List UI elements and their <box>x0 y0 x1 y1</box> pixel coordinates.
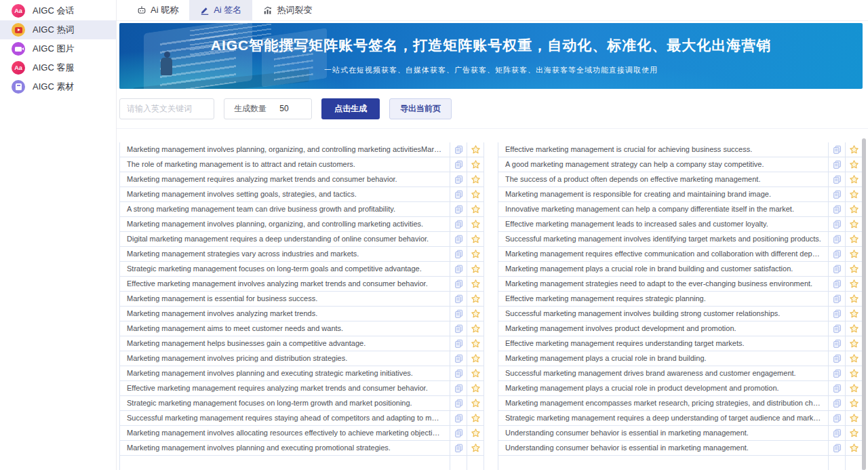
copy-button[interactable] <box>828 277 845 291</box>
favorite-button[interactable] <box>467 426 484 440</box>
favorite-button[interactable] <box>467 187 484 201</box>
favorite-button[interactable] <box>845 142 862 157</box>
favorite-button[interactable] <box>845 292 862 306</box>
sidebar-item-aigc-image[interactable]: AIGC 图片 <box>0 39 116 58</box>
copy-button[interactable] <box>828 366 845 380</box>
copy-button[interactable] <box>828 262 845 276</box>
favorite-button[interactable] <box>845 217 862 231</box>
favorite-button[interactable] <box>845 307 862 321</box>
copy-button[interactable] <box>828 336 845 351</box>
favorite-button[interactable] <box>845 321 862 336</box>
favorite-button[interactable] <box>845 202 862 216</box>
favorite-button[interactable] <box>467 157 484 172</box>
copy-button[interactable] <box>450 307 467 321</box>
copy-button[interactable] <box>450 247 467 261</box>
favorite-button[interactable] <box>467 142 484 157</box>
copy-button[interactable] <box>450 292 467 306</box>
favorite-button[interactable] <box>845 396 862 410</box>
favorite-button[interactable] <box>467 336 484 351</box>
copy-button[interactable] <box>828 232 845 246</box>
favorite-button[interactable] <box>845 426 862 440</box>
favorite-button[interactable] <box>845 157 862 172</box>
copy-button[interactable] <box>828 292 845 306</box>
favorite-button[interactable] <box>467 202 484 216</box>
copy-button[interactable] <box>828 441 845 455</box>
copy-button[interactable] <box>828 247 845 261</box>
vertical-scrollbar[interactable] <box>862 138 866 470</box>
sidebar-item-aigc-service[interactable]: Aa AIGC 客服 <box>0 58 116 77</box>
copy-button[interactable] <box>450 157 467 172</box>
favorite-button[interactable] <box>845 351 862 366</box>
favorite-button[interactable] <box>845 366 862 380</box>
copy-button[interactable] <box>828 351 845 366</box>
favorite-button[interactable] <box>467 351 484 366</box>
favorite-button[interactable] <box>467 321 484 336</box>
copy-button[interactable] <box>828 142 845 157</box>
copy-button[interactable] <box>450 396 467 410</box>
favorite-button[interactable] <box>467 366 484 380</box>
copy-button[interactable] <box>828 187 845 201</box>
sidebar-item-aigc-chat[interactable]: Aa AIGC 会话 <box>0 1 116 20</box>
copy-button[interactable] <box>450 411 467 425</box>
favorite-button[interactable] <box>467 307 484 321</box>
favorite-button[interactable] <box>845 441 862 455</box>
copy-button[interactable] <box>450 366 467 380</box>
copy-button[interactable] <box>828 321 845 336</box>
copy-button[interactable] <box>828 202 845 216</box>
favorite-button[interactable] <box>845 232 862 246</box>
copy-button[interactable] <box>450 336 467 351</box>
sentence-text: Successful marketing management requires… <box>120 411 450 425</box>
copy-button[interactable] <box>450 202 467 216</box>
tab-bar: Ai 昵称 Ai 签名 热词裂变 <box>117 0 868 21</box>
copy-button[interactable] <box>828 307 845 321</box>
copy-button[interactable] <box>828 426 845 440</box>
favorite-button[interactable] <box>845 247 862 261</box>
favorite-button[interactable] <box>467 277 484 291</box>
favorite-button[interactable] <box>467 292 484 306</box>
result-row: Successful marketing management involves… <box>498 231 863 247</box>
favorite-button[interactable] <box>467 262 484 276</box>
copy-button[interactable] <box>450 351 467 366</box>
copy-button[interactable] <box>450 142 467 157</box>
copy-button[interactable] <box>828 381 845 395</box>
copy-button[interactable] <box>450 232 467 246</box>
favorite-button[interactable] <box>845 381 862 395</box>
copy-button[interactable] <box>828 396 845 410</box>
favorite-button[interactable] <box>467 232 484 246</box>
favorite-button[interactable] <box>845 277 862 291</box>
favorite-button[interactable] <box>467 441 484 455</box>
favorite-button[interactable] <box>845 411 862 425</box>
favorite-button[interactable] <box>467 381 484 395</box>
tab-ai-nickname[interactable]: Ai 昵称 <box>126 0 189 20</box>
sidebar-item-aigc-material[interactable]: AIGC 素材 <box>0 77 116 96</box>
copy-button[interactable] <box>450 321 467 336</box>
copy-button[interactable] <box>450 277 467 291</box>
favorite-button[interactable] <box>467 396 484 410</box>
favorite-button[interactable] <box>467 411 484 425</box>
count-input[interactable] <box>267 104 302 113</box>
copy-button[interactable] <box>450 217 467 231</box>
tab-hotword-fission[interactable]: 热词裂变 <box>252 0 323 20</box>
favorite-button[interactable] <box>845 336 862 351</box>
copy-button[interactable] <box>450 187 467 201</box>
export-page-button[interactable]: 导出当前页 <box>389 98 452 119</box>
keyword-input[interactable] <box>119 98 214 119</box>
generate-button[interactable]: 点击生成 <box>321 98 380 119</box>
favorite-button[interactable] <box>467 172 484 187</box>
favorite-button[interactable] <box>845 187 862 201</box>
copy-button[interactable] <box>450 262 467 276</box>
favorite-button[interactable] <box>845 262 862 276</box>
favorite-button[interactable] <box>845 172 862 187</box>
copy-button[interactable] <box>828 157 845 172</box>
favorite-button[interactable] <box>467 217 484 231</box>
copy-button[interactable] <box>450 426 467 440</box>
copy-button[interactable] <box>828 411 845 425</box>
copy-button[interactable] <box>828 172 845 187</box>
copy-button[interactable] <box>450 441 467 455</box>
sidebar-item-aigc-hotword[interactable]: AIGC 热词 <box>0 20 116 39</box>
copy-button[interactable] <box>450 172 467 187</box>
copy-button[interactable] <box>450 381 467 395</box>
tab-ai-signature[interactable]: Ai 签名 <box>189 0 252 20</box>
copy-button[interactable] <box>828 217 845 231</box>
favorite-button[interactable] <box>467 247 484 261</box>
